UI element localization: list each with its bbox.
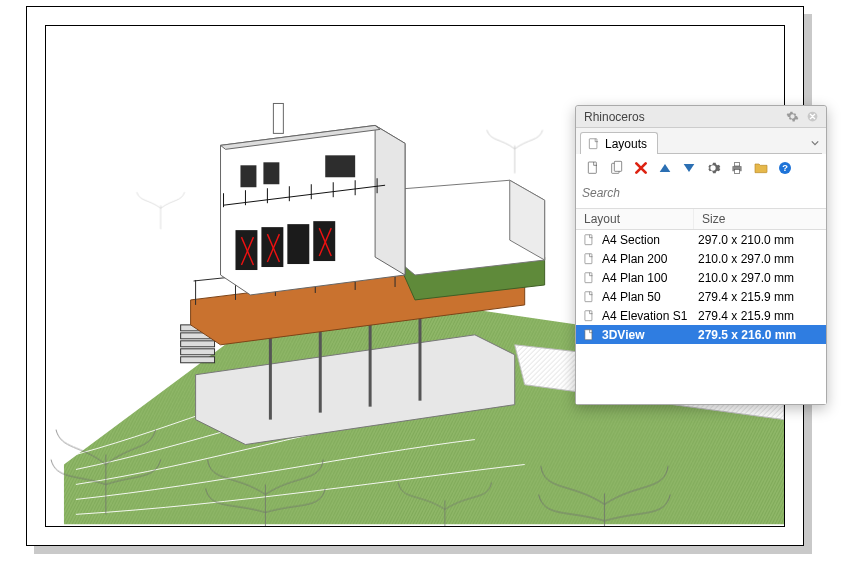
copy-layout-icon[interactable] bbox=[608, 159, 626, 177]
tabstrip-chevron-icon[interactable] bbox=[808, 132, 822, 154]
svg-rect-13 bbox=[181, 357, 215, 363]
help-icon[interactable]: ? bbox=[776, 159, 794, 177]
svg-rect-43 bbox=[287, 224, 309, 264]
tab-label: Layouts bbox=[605, 137, 647, 151]
layout-size: 279.4 x 215.9 mm bbox=[698, 309, 820, 323]
layout-size: 279.5 x 216.0 mm bbox=[698, 328, 820, 342]
layout-name: A4 Plan 100 bbox=[602, 271, 698, 285]
svg-rect-67 bbox=[585, 234, 592, 244]
tab-layouts[interactable]: Layouts bbox=[580, 132, 658, 154]
panel-titlebar[interactable]: Rhinoceros bbox=[576, 106, 826, 128]
layout-size: 279.4 x 215.9 mm bbox=[698, 290, 820, 304]
svg-rect-58 bbox=[589, 138, 597, 148]
header-layout[interactable]: Layout bbox=[576, 209, 694, 229]
svg-rect-71 bbox=[585, 310, 592, 320]
delete-layout-icon[interactable] bbox=[632, 159, 650, 177]
svg-rect-31 bbox=[325, 155, 355, 177]
layout-row[interactable]: A4 Plan 200210.0 x 297.0 mm bbox=[576, 249, 826, 268]
header-size[interactable]: Size bbox=[694, 209, 826, 229]
open-folder-icon[interactable] bbox=[752, 159, 770, 177]
svg-rect-29 bbox=[240, 165, 256, 187]
page-icon bbox=[582, 328, 596, 342]
svg-rect-61 bbox=[614, 161, 621, 171]
search-input[interactable] bbox=[582, 184, 820, 202]
page-icon bbox=[582, 309, 596, 323]
settings-icon[interactable] bbox=[704, 159, 722, 177]
layouts-toolbar: ? bbox=[576, 154, 826, 182]
page-icon bbox=[582, 233, 596, 247]
layout-name: A4 Section bbox=[602, 233, 698, 247]
print-icon[interactable] bbox=[728, 159, 746, 177]
layout-size: 297.0 x 210.0 mm bbox=[698, 233, 820, 247]
svg-marker-26 bbox=[375, 125, 405, 275]
layout-row[interactable]: A4 Plan 100210.0 x 297.0 mm bbox=[576, 268, 826, 287]
panel-title: Rhinoceros bbox=[584, 110, 784, 124]
layout-name: A4 Elevation S1 bbox=[602, 309, 698, 323]
svg-rect-28 bbox=[273, 103, 283, 133]
close-icon[interactable] bbox=[804, 109, 820, 125]
move-down-icon[interactable] bbox=[680, 159, 698, 177]
layout-size: 210.0 x 297.0 mm bbox=[698, 271, 820, 285]
layout-name: 3DView bbox=[602, 328, 698, 342]
layout-row[interactable]: A4 Section297.0 x 210.0 mm bbox=[576, 230, 826, 249]
gear-icon[interactable] bbox=[784, 109, 800, 125]
layout-row[interactable]: A4 Elevation S1279.4 x 215.9 mm bbox=[576, 306, 826, 325]
list-header: Layout Size bbox=[576, 208, 826, 230]
svg-rect-59 bbox=[588, 162, 596, 173]
layouts-panel: Rhinoceros Layouts ? bbox=[575, 105, 827, 405]
layout-row[interactable]: A4 Plan 50279.4 x 215.9 mm bbox=[576, 287, 826, 306]
layout-size: 210.0 x 297.0 mm bbox=[698, 252, 820, 266]
page-icon bbox=[582, 290, 596, 304]
page-icon bbox=[582, 252, 596, 266]
layout-name: A4 Plan 50 bbox=[602, 290, 698, 304]
svg-rect-68 bbox=[585, 253, 592, 263]
svg-rect-70 bbox=[585, 291, 592, 301]
svg-rect-63 bbox=[734, 163, 739, 166]
svg-rect-12 bbox=[181, 349, 215, 355]
layout-name: A4 Plan 200 bbox=[602, 252, 698, 266]
svg-rect-11 bbox=[181, 341, 215, 347]
layouts-tab-icon bbox=[587, 137, 601, 151]
svg-rect-69 bbox=[585, 272, 592, 282]
svg-text:?: ? bbox=[782, 163, 788, 173]
panel-tabstrip: Layouts bbox=[576, 128, 826, 154]
move-up-icon[interactable] bbox=[656, 159, 674, 177]
new-layout-icon[interactable] bbox=[584, 159, 602, 177]
layout-row[interactable]: 3DView279.5 x 216.0 mm bbox=[576, 325, 826, 344]
svg-rect-30 bbox=[263, 162, 279, 184]
svg-rect-72 bbox=[585, 329, 592, 339]
svg-rect-64 bbox=[734, 169, 739, 173]
layout-list: A4 Section297.0 x 210.0 mmA4 Plan 200210… bbox=[576, 230, 826, 404]
page-icon bbox=[582, 271, 596, 285]
